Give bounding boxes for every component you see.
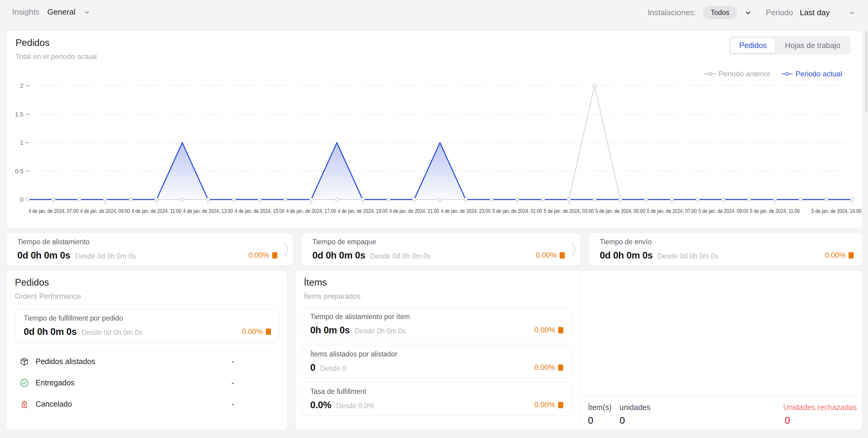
rejected-units-value: 0	[783, 415, 857, 426]
insights-selector-group: Insights General	[12, 7, 91, 17]
top-bar: Insights General Instalaciones: Todos Pe…	[0, 0, 868, 24]
svg-text:5 de jan. de 2024, 07:00: 5 de jan. de 2024, 07:00	[647, 208, 697, 214]
items-count-value: 0	[588, 415, 612, 426]
percent-value: 0.00%	[242, 327, 263, 336]
kpi-card-envio[interactable]: Tiempo de envío 0d 0h 0m 0s Desde 0d 0h …	[589, 233, 863, 266]
svg-text:5 de jan. de 2024, 14:00: 5 de jan. de 2024, 14:00	[811, 208, 861, 214]
chevron-down-icon[interactable]	[848, 9, 856, 17]
kpi-title: Tiempo de alistamiento	[17, 238, 238, 246]
trend-chip-icon	[558, 402, 563, 408]
cancel-bag-icon	[20, 400, 30, 409]
chevron-down-icon[interactable]	[83, 8, 91, 16]
kpi-title: Tiempo de empaque	[312, 238, 525, 246]
svg-text:0: 0	[20, 196, 23, 203]
items-count-label: Ítem(s)	[588, 403, 612, 412]
metric-value: 0.0%	[310, 400, 331, 411]
items-per-picker-metric: Ítems alistados por alistador 0 Desde 0 …	[301, 345, 571, 378]
dashboard-page: Insights General Instalaciones: Todos Pe…	[0, 0, 868, 438]
row-label: Pedidos alistados	[36, 357, 95, 366]
kpi-card-empaque[interactable]: Tiempo de empaque 0d 0h 0m 0s Desde 0d 0…	[301, 233, 581, 266]
row-label: Cancelado	[36, 400, 72, 408]
trend-chip-icon	[558, 365, 563, 371]
check-circle-icon	[20, 378, 30, 387]
card-subtitle: Orders Performance	[15, 292, 81, 301]
percent-value: 0.00%	[534, 401, 555, 409]
kpi-percent: 0.00%	[248, 251, 277, 259]
metric-percent: 0.00%	[534, 363, 563, 372]
installations-dropdown[interactable]: Todos	[703, 6, 737, 19]
row-value: -	[231, 399, 234, 409]
svg-text:4 de jan. de 2024, 17:00: 4 de jan. de 2024, 17:00	[286, 208, 336, 214]
kpi-card-alistamiento[interactable]: Tiempo de alistamiento 0d 0h 0m 0s Desde…	[6, 233, 293, 266]
kpi-title: Tiempo de envío	[600, 238, 814, 246]
metric-since: Desde 0h 0m 0s	[354, 327, 405, 335]
percent-value: 0.00%	[534, 363, 555, 372]
trend-chip-icon	[266, 328, 271, 335]
svg-text:4 de jan. de 2024, 11:00: 4 de jan. de 2024, 11:00	[132, 208, 182, 214]
filters-group: Instalaciones: Todos Periodo Last day	[648, 6, 856, 19]
items-column: Ítems Ítems preparados Tiempo de alistam…	[295, 271, 581, 430]
metric-since: Desde 0d 0h 0m 0s	[82, 328, 142, 337]
metric-value: 0d 0h 0m 0s	[24, 326, 76, 337]
insights-dropdown[interactable]: General	[48, 7, 76, 17]
card-header: Ítems Ítems preparados	[304, 277, 361, 301]
metric-percent: 0.00%	[534, 326, 563, 334]
trend-chip-icon	[272, 252, 277, 258]
metric-title: Tasa de fulfillment	[310, 387, 526, 396]
units-count-value: 0	[620, 415, 650, 426]
metric-value: 0	[310, 362, 315, 373]
rejected-units-label: Unidades rechazadas	[783, 403, 857, 412]
svg-text:5 de jan. de 2024, 11:00: 5 de jan. de 2024, 11:00	[750, 208, 800, 214]
svg-text:4 de jan. de 2024, 13:00: 4 de jan. de 2024, 13:00	[183, 208, 233, 214]
metric-value: 0h 0m 0s	[310, 325, 350, 336]
orders-chart-card: Pedidos Total en el periodo actual Pedid…	[6, 30, 863, 229]
list-item-cancelado: Cancelado -	[15, 393, 279, 415]
svg-text:4 de jan. de 2024, 23:00: 4 de jan. de 2024, 23:00	[441, 208, 491, 214]
percent-value: 0.00%	[825, 251, 845, 259]
kpi-content: Tiempo de alistamiento 0d 0h 0m 0s Desde…	[6, 238, 248, 261]
picking-time-per-item-metric: Tiempo de alistamiento por ítem 0h 0m 0s…	[301, 308, 571, 341]
trend-chip-icon	[560, 252, 565, 258]
percent-value: 0.00%	[248, 251, 269, 259]
svg-text:4 de jan. de 2024, 19:00: 4 de jan. de 2024, 19:00	[338, 208, 388, 214]
svg-text:1.5: 1.5	[15, 111, 23, 118]
card-title: Ítems	[304, 277, 361, 288]
kpi-content: Tiempo de empaque 0d 0h 0m 0s Desde 0d 0…	[301, 238, 536, 261]
period-label: Periodo	[766, 8, 793, 17]
kpi-content: Tiempo de envío 0d 0h 0m 0s Desde 0d 0h …	[589, 238, 825, 261]
package-icon	[20, 357, 30, 366]
kpi-value: 0d 0h 0m 0s	[312, 250, 365, 261]
chevron-right-icon	[571, 240, 577, 258]
kpi-percent: 0.00%	[536, 251, 565, 259]
svg-text:1: 1	[20, 139, 23, 146]
fulfillment-time-metric: Tiempo de fulfillment por pedido 0d 0h 0…	[15, 309, 279, 343]
svg-text:5 de jan. de 2024, 01:00: 5 de jan. de 2024, 01:00	[492, 208, 542, 214]
list-item-pedidos-alistados: Pedidos alistados -	[15, 351, 279, 372]
orders-line-chart[interactable]: 00.511.524 de jan. de 2024, 07:004 de ja…	[6, 31, 863, 229]
row-label: Entregados	[36, 378, 74, 387]
metric-since: Desde 0.0%	[336, 402, 374, 410]
svg-text:4 de jan. de 2024, 15:00: 4 de jan. de 2024, 15:00	[235, 208, 284, 214]
metric-title: Tiempo de fulfillment por pedido	[24, 314, 234, 322]
percent-value: 0.00%	[534, 326, 555, 334]
list-item-entregados: Entregados -	[15, 372, 279, 393]
trend-chip-icon	[848, 252, 854, 258]
insights-label: Insights	[12, 7, 39, 17]
svg-text:0.5: 0.5	[15, 168, 23, 175]
row-value: -	[231, 378, 234, 387]
metric-percent: 0.00%	[534, 401, 563, 409]
fulfillment-rate-metric: Tasa de fulfillment 0.0% Desde 0.0% 0.00…	[301, 382, 571, 416]
orders-performance-card: Pedidos Orders Performance Tiempo de ful…	[6, 270, 287, 430]
kpi-since: Desde 0d 0h 0m 0s	[370, 252, 431, 260]
installations-label: Instalaciones:	[648, 8, 696, 17]
period-dropdown[interactable]: Last day	[800, 8, 830, 17]
card-subtitle: Ítems preparados	[304, 292, 361, 301]
svg-text:5 de jan. de 2024, 05:00: 5 de jan. de 2024, 05:00	[595, 208, 645, 214]
kpi-percent: 0.00%	[825, 251, 854, 259]
svg-text:5 de jan. de 2024, 09:00: 5 de jan. de 2024, 09:00	[698, 208, 748, 214]
scrollbar-thumb[interactable]	[866, 30, 867, 113]
row-value: -	[231, 357, 234, 366]
chevron-down-icon[interactable]	[744, 8, 752, 17]
svg-text:2: 2	[20, 83, 23, 89]
chevron-right-icon	[283, 240, 289, 258]
